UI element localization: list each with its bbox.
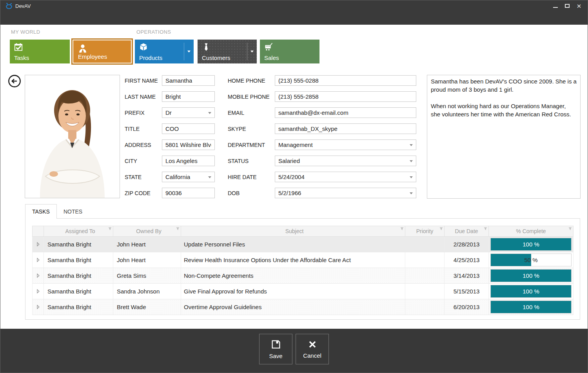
zip-code-field[interactable]: 90036	[162, 188, 215, 198]
assigned-to-cell: Samantha Bright	[44, 284, 113, 299]
progress-label: 50 %	[491, 254, 571, 266]
header-due-date[interactable]: Due Date	[444, 226, 488, 236]
form-row: ADDRESS5801 Wilshire Blvd.	[125, 139, 215, 150]
chevron-down-icon[interactable]	[410, 176, 413, 178]
header-label: Assigned To	[65, 228, 95, 234]
email-field[interactable]: samanthab@dx-email.com	[275, 107, 416, 118]
home-phone-field[interactable]: (213) 555-0288	[275, 75, 416, 86]
tile-customers[interactable]: Customers	[198, 40, 257, 63]
cube-icon	[139, 42, 148, 52]
field-value: California	[165, 174, 190, 180]
close-button[interactable]: ✕	[574, 2, 584, 10]
address-field[interactable]: 5801 Wilshire Blvd.	[162, 139, 215, 150]
tasks-panel: Assigned To Owned By Subject Priority Du…	[25, 218, 580, 320]
mobile-phone-field[interactable]: (213) 555-2858	[275, 91, 416, 102]
chevron-down-icon[interactable]	[410, 160, 413, 162]
window-title: DevAV	[15, 3, 31, 9]
expand-arrow-icon	[37, 258, 40, 262]
skype-field[interactable]: samanthab_DX_skype	[275, 123, 416, 134]
grid-body: Samantha BrightJohn HeartUpdate Personne…	[32, 237, 573, 315]
filter-icon[interactable]	[439, 227, 443, 230]
table-row[interactable]: Samantha BrightBrett WadeOvertime Approv…	[33, 299, 573, 315]
owned-by-cell: John Heart	[113, 237, 181, 252]
header-priority[interactable]: Priority	[405, 226, 444, 236]
state-field[interactable]: California	[162, 172, 215, 182]
maximize-button[interactable]	[563, 2, 572, 10]
header-assigned-to[interactable]: Assigned To	[44, 226, 113, 236]
field-value: 5/2/1966	[278, 190, 301, 196]
dob-field[interactable]: 5/2/1966	[275, 188, 416, 198]
tile-customers-dropdown[interactable]	[247, 40, 257, 63]
filter-icon[interactable]	[568, 227, 572, 230]
bio-memo[interactable]: Samantha has been DevAV's COO since 2009…	[427, 75, 581, 199]
title-field[interactable]: COO	[162, 123, 215, 134]
last-name-field[interactable]: Bright	[162, 91, 215, 102]
expand-arrow-icon	[37, 305, 40, 309]
filter-icon[interactable]	[400, 227, 404, 230]
table-row[interactable]: Samantha BrightGreta SimsNon-Compete Agr…	[33, 268, 573, 284]
priority-cell	[405, 237, 444, 252]
percent-complete-cell: 100 %	[488, 284, 573, 299]
owned-by-cell: Brett Wade	[113, 299, 181, 315]
header-label: % Complete	[516, 228, 546, 234]
bio-paragraph-1: Samantha has been DevAV's COO since 2009…	[431, 77, 577, 94]
hire-date-field[interactable]: 5/24/2004	[275, 172, 416, 182]
table-row[interactable]: Samantha BrightSandra JohnsonGive Final …	[33, 284, 573, 299]
dob-label: DOB	[228, 190, 275, 196]
row-expander[interactable]	[33, 284, 44, 299]
cancel-button[interactable]: Cancel	[296, 334, 329, 364]
field-value: samanthab_DX_skype	[278, 125, 338, 132]
first-name-label: FIRST NAME	[125, 78, 162, 84]
assigned-to-cell: Samantha Bright	[44, 237, 113, 252]
header-owned-by[interactable]: Owned By	[113, 226, 181, 236]
tile-tasks[interactable]: Tasks	[10, 40, 70, 63]
row-expander[interactable]	[33, 268, 44, 283]
filter-icon[interactable]	[176, 227, 180, 230]
tile-products-dropdown[interactable]	[184, 40, 194, 63]
close-icon: ✕	[577, 3, 582, 9]
state-label: STATE	[125, 174, 162, 180]
row-expander[interactable]	[33, 237, 44, 252]
table-row[interactable]: Samantha BrightJohn HeartReview Health I…	[33, 252, 573, 268]
header-label: Priority	[416, 228, 434, 234]
title-label: TITLE	[125, 126, 162, 132]
table-row[interactable]: Samantha BrightJohn HeartUpdate Personne…	[33, 237, 573, 252]
chevron-down-icon[interactable]	[208, 112, 211, 114]
tile-employees[interactable]: Employees	[71, 38, 133, 65]
minimize-icon	[553, 7, 558, 8]
chevron-down-icon[interactable]	[410, 192, 413, 194]
owned-by-cell: Sandra Johnson	[113, 284, 181, 299]
tile-sales[interactable]: Sales	[260, 40, 319, 63]
form-row: CITYLos Angeles	[125, 156, 215, 166]
field-value: (213) 555-2858	[278, 93, 319, 100]
first-name-field[interactable]: Samantha	[162, 75, 215, 86]
chevron-down-icon[interactable]	[208, 176, 211, 178]
expand-arrow-icon	[37, 289, 40, 293]
group-label-operations: OPERATIONS	[136, 29, 171, 35]
filter-icon[interactable]	[484, 227, 487, 230]
prefix-field[interactable]: Dr	[162, 107, 215, 118]
header-percent-complete[interactable]: % Complete	[488, 226, 573, 236]
tile-products[interactable]: Products	[135, 40, 194, 63]
tab-notes[interactable]: NOTES	[57, 204, 89, 219]
filter-icon[interactable]	[108, 227, 112, 230]
row-expander[interactable]	[33, 252, 44, 268]
save-button[interactable]: Save	[259, 334, 292, 364]
progress-bar: 50 %	[490, 253, 572, 266]
header-subject[interactable]: Subject	[181, 226, 405, 236]
form-left-column: FIRST NAMESamanthaLAST NAMEBrightPREFIXD…	[125, 75, 215, 204]
hire-date-label: HIRE DATE	[228, 174, 275, 180]
form-row: EMAILsamanthab@dx-email.com	[228, 107, 416, 118]
tab-tasks[interactable]: TASKS	[25, 204, 57, 219]
row-expander[interactable]	[33, 299, 44, 315]
home-phone-label: HOME PHONE	[228, 78, 275, 84]
city-field[interactable]: Los Angeles	[162, 156, 215, 166]
minimize-button[interactable]	[551, 2, 560, 10]
chevron-down-icon[interactable]	[410, 144, 413, 146]
status-field[interactable]: Salaried	[275, 156, 416, 166]
back-button[interactable]	[8, 74, 21, 88]
subject-cell: Overtime Approval Guidelines	[181, 299, 405, 315]
department-field[interactable]: Management	[275, 139, 416, 150]
header-label: Subject	[285, 228, 304, 234]
maximize-icon	[565, 4, 570, 8]
